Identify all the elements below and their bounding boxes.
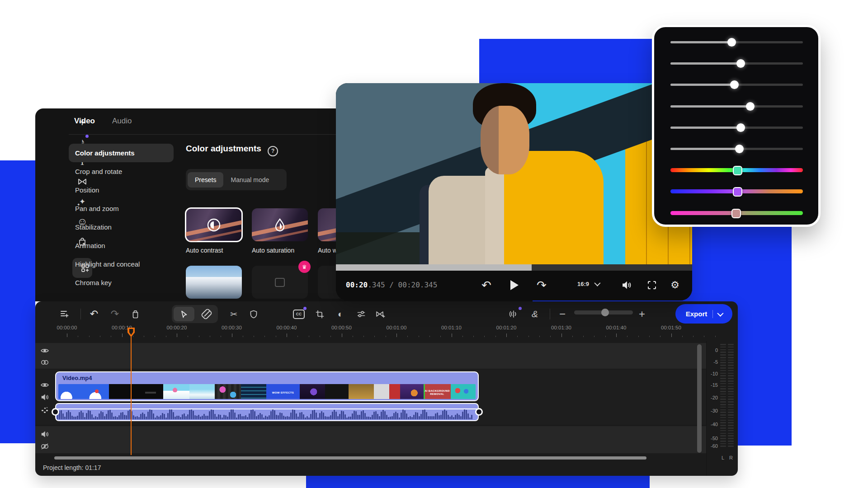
- slider-thumb[interactable]: [727, 38, 736, 47]
- adjust-sliders-icon[interactable]: [353, 306, 369, 322]
- bg-rect-bottom: [306, 476, 650, 488]
- music-new-dot: [85, 135, 89, 138]
- menu-item-highlight-and-conceal[interactable]: Highlight and conceal: [69, 255, 174, 273]
- tab-video[interactable]: Video: [74, 117, 95, 126]
- person-hood-inner: [485, 167, 504, 264]
- effects-dots-icon[interactable]: [39, 404, 51, 416]
- eye-icon[interactable]: [39, 379, 51, 391]
- slider-thumb[interactable]: [736, 123, 745, 132]
- meter-scale-label: 0: [715, 347, 718, 353]
- playhead-line[interactable]: [131, 329, 132, 455]
- add-to-timeline-icon[interactable]: [57, 306, 73, 322]
- tool-pill: [172, 305, 218, 323]
- audio-new-dot: [519, 307, 522, 310]
- adjustment-slider-1[interactable]: [670, 38, 803, 46]
- ruler-label: 00:01:00: [387, 325, 407, 330]
- timeline-zoom-slider[interactable]: [574, 310, 633, 314]
- tab-audio[interactable]: Audio: [112, 117, 132, 126]
- menu-item-stabilization[interactable]: Stabilization: [69, 218, 174, 236]
- project-length-status: Project length: 01:17: [43, 464, 101, 471]
- razor-tool-icon[interactable]: [197, 307, 216, 321]
- trim-handle-left[interactable]: [52, 408, 59, 416]
- zoom-in-icon[interactable]: +: [634, 306, 650, 322]
- slider-thumb[interactable]: [733, 166, 742, 175]
- adjustment-slider-4[interactable]: [670, 102, 803, 110]
- timeline-zoom-thumb[interactable]: [601, 309, 609, 316]
- menu-item-pan-and-zoom[interactable]: Pan and zoom: [69, 199, 174, 218]
- trim-handle-right[interactable]: [475, 408, 483, 416]
- preview-seekbar[interactable]: [336, 264, 692, 271]
- undo-icon[interactable]: ↶: [86, 306, 102, 322]
- link-icon[interactable]: [39, 357, 51, 368]
- ruler-label: 00:01:40: [606, 325, 627, 330]
- audio-level-line[interactable]: [56, 408, 478, 409]
- volume-icon[interactable]: [619, 277, 635, 293]
- slider-thumb[interactable]: [733, 187, 742, 197]
- slider-thumb[interactable]: [735, 145, 744, 153]
- menu-item-crop-and-rotate[interactable]: Crop and rotate: [69, 162, 174, 181]
- export-chevron-icon[interactable]: [717, 310, 724, 316]
- settings-gear-icon[interactable]: ⚙: [667, 277, 683, 293]
- speaker-icon[interactable]: [39, 428, 51, 440]
- audio-tts-icon[interactable]: [505, 306, 522, 322]
- menu-item-chroma-key[interactable]: Chroma key: [69, 273, 174, 292]
- slider-thumb[interactable]: [736, 59, 745, 68]
- shield-icon[interactable]: [245, 306, 262, 322]
- skip-back-icon[interactable]: ↶: [478, 277, 495, 293]
- aspect-ratio-select[interactable]: 16:9: [577, 281, 599, 287]
- timeline-window: ↶ ↷ ✂ CC ◐: [35, 301, 738, 476]
- captions-cc-icon[interactable]: CC: [291, 306, 307, 322]
- menu-item-position[interactable]: Position: [69, 181, 174, 199]
- toolbar-divider-1: [80, 309, 81, 319]
- slider-thumb[interactable]: [731, 209, 741, 218]
- horizontal-scrollbar[interactable]: [54, 456, 646, 460]
- temperature-slider[interactable]: [670, 187, 803, 195]
- preset-auto-contrast[interactable]: Auto contrast: [186, 208, 242, 255]
- vertical-scrollbar[interactable]: [697, 344, 702, 453]
- preset-auto-saturation[interactable]: Auto saturation: [252, 208, 308, 255]
- link-off-icon[interactable]: [39, 441, 51, 452]
- hue-slider[interactable]: [670, 166, 803, 174]
- bg-rect-left: [0, 160, 35, 443]
- transition-add-icon[interactable]: [372, 306, 388, 322]
- clip-thumbnail-16: [451, 384, 476, 399]
- adjustment-slider-5[interactable]: [670, 123, 803, 131]
- scissors-icon[interactable]: ✂: [226, 306, 242, 322]
- adjustment-slider-3[interactable]: [670, 80, 803, 89]
- ruler-label: 00:01:20: [496, 325, 517, 330]
- preset-thumbnail-1[interactable]: [186, 266, 242, 299]
- tint-slider[interactable]: [670, 209, 803, 217]
- menu-item-color-adjustments[interactable]: Color adjustments: [69, 144, 174, 162]
- video-clip[interactable]: Video.mp4 WOW EFFECTSAI BACKGROUND REMOV…: [55, 371, 479, 401]
- export-button[interactable]: Export: [675, 304, 732, 324]
- slider-thumb[interactable]: [730, 80, 739, 89]
- redo-icon[interactable]: ↷: [107, 306, 123, 322]
- mode-manual-mode[interactable]: Manual mode: [223, 172, 276, 188]
- adjustment-slider-6[interactable]: [670, 145, 803, 153]
- help-circle-icon[interactable]: ?: [268, 146, 278, 156]
- skip-forward-icon[interactable]: ↷: [533, 277, 550, 293]
- playhead-pin[interactable]: [127, 328, 135, 337]
- doodle-icon[interactable]: &: [527, 306, 543, 322]
- meter-scale-label: -50: [711, 436, 718, 441]
- menu-item-animation[interactable]: Animation: [69, 236, 174, 255]
- contrast-icon[interactable]: ◐: [332, 306, 349, 322]
- crop-icon[interactable]: [311, 306, 328, 322]
- export-label: Export: [686, 310, 708, 318]
- zoom-out-icon[interactable]: −: [554, 306, 571, 322]
- speaker-icon[interactable]: [39, 391, 51, 403]
- slider-thumb[interactable]: [746, 102, 755, 111]
- preset-thumbnail-2[interactable]: ♛: [252, 266, 308, 299]
- play-icon[interactable]: [506, 277, 523, 293]
- meter-scale-label: -40: [711, 422, 718, 427]
- mode-presets[interactable]: Presets: [188, 172, 223, 188]
- audio-waveform-clip[interactable]: [55, 403, 479, 421]
- fullscreen-icon[interactable]: [644, 277, 660, 293]
- eye-icon[interactable]: [39, 345, 51, 357]
- meter-scale-label: -15: [711, 382, 718, 388]
- adjustment-slider-2[interactable]: [670, 59, 803, 67]
- timeline-ruler[interactable]: 00:00:0000:00:1000:00:2000:00:3000:00:40…: [35, 322, 707, 342]
- preview-controls: 00:20.345 / 00:20.345 ↶ ↷ 16:9 ⚙: [336, 271, 692, 300]
- trash-icon[interactable]: [127, 306, 143, 322]
- cursor-tool-icon[interactable]: [174, 307, 194, 321]
